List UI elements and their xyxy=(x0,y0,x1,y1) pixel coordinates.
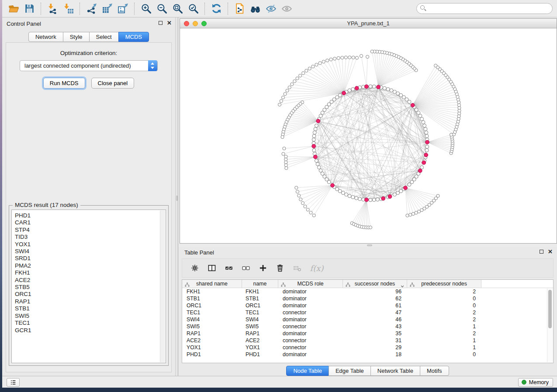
mcds-result-item[interactable]: CAR1 xyxy=(15,219,166,226)
column-header-predecessor-nodes[interactable]: predecessor nodes xyxy=(407,280,481,288)
apply-layout-button[interactable] xyxy=(208,2,224,16)
mcds-result-item[interactable]: ACE2 xyxy=(15,277,166,284)
horizontal-splitter[interactable] xyxy=(178,244,557,247)
float-panel-icon[interactable] xyxy=(540,250,543,254)
export-table-button[interactable] xyxy=(99,2,115,16)
close-panel-icon[interactable]: ✕ xyxy=(167,21,172,25)
mcds-result-item[interactable]: ORC1 xyxy=(15,291,166,298)
mcds-result-item[interactable]: PMA2 xyxy=(15,262,166,269)
cell-mcds-role: connector xyxy=(278,337,343,344)
delete-column-icon xyxy=(276,264,284,272)
import-table-button[interactable] xyxy=(60,2,76,16)
table-panel: Table Panel ✕ f(x) shared namenameMCDS r… xyxy=(178,247,557,376)
splitter-grip-icon[interactable] xyxy=(367,244,372,246)
close-panel-icon[interactable]: ✕ xyxy=(548,249,553,254)
mcds-result-item[interactable]: TEC1 xyxy=(15,320,166,327)
mcds-result-item[interactable]: FKH1 xyxy=(15,269,166,276)
run-mcds-button[interactable]: Run MCDS xyxy=(43,78,85,89)
main-toolbar xyxy=(2,0,557,17)
cell-predecessor-nodes: 0 xyxy=(407,351,481,358)
save-session-button[interactable] xyxy=(21,2,37,16)
tab-network[interactable]: Network xyxy=(28,32,63,42)
import-network-button[interactable] xyxy=(45,2,60,16)
toolbar-separator xyxy=(80,3,80,15)
show-columns-button[interactable] xyxy=(205,261,218,275)
mcds-result-item[interactable]: TID3 xyxy=(15,234,166,241)
zoom-fit-button[interactable] xyxy=(170,2,185,16)
table-row[interactable]: ORC1ORC1dominator610 xyxy=(182,302,553,309)
table-options-button[interactable] xyxy=(188,261,201,275)
table-scrollbar-thumb[interactable] xyxy=(548,290,552,328)
mcds-result-item[interactable]: YOX1 xyxy=(15,241,166,248)
cell-successor-nodes: 46 xyxy=(343,316,407,323)
tab-network-table[interactable]: Network Table xyxy=(370,366,420,376)
result-list-scrollbar[interactable] xyxy=(160,210,165,362)
table-row[interactable]: YOX1YOX1connector291 xyxy=(182,344,553,351)
mcds-result-item[interactable]: STB1 xyxy=(15,305,166,312)
float-panel-icon[interactable] xyxy=(159,21,163,25)
minimize-window-icon[interactable] xyxy=(193,21,198,26)
network-titlebar[interactable]: YPA_prune.txt_1 xyxy=(180,19,557,28)
tab-select[interactable]: Select xyxy=(89,32,119,42)
splitter-grip-icon[interactable] xyxy=(176,196,178,201)
mcds-result-list[interactable]: PHD1CAR1STP4TID3YOX1SWI4SRD1PMA2FKH1ACE2… xyxy=(11,210,166,363)
cell-empty xyxy=(481,337,553,344)
unselect-all-button[interactable] xyxy=(239,261,253,275)
column-header-MCDS-role[interactable]: MCDS role xyxy=(278,280,343,288)
cell-successor-nodes: 29 xyxy=(343,344,407,351)
network-from-selection-button[interactable] xyxy=(232,2,247,16)
cell-shared-name: ACE2 xyxy=(182,337,242,344)
zoom-out-button[interactable] xyxy=(154,2,170,16)
table-scrollbar[interactable] xyxy=(547,289,553,362)
cell-mcds-role: dominator xyxy=(278,351,343,358)
mcds-result-item[interactable]: SWI4 xyxy=(15,248,166,255)
network-canvas[interactable] xyxy=(180,29,557,243)
open-file-button[interactable] xyxy=(6,2,21,16)
cell-empty xyxy=(481,288,553,295)
close-window-icon[interactable] xyxy=(184,21,189,26)
sort-descending-icon xyxy=(401,282,404,285)
close-panel-button[interactable]: Close panel xyxy=(91,78,135,89)
table-row[interactable]: TEC1TEC1connector472 xyxy=(182,309,553,316)
table-row[interactable]: SWI4SWI4dominator462 xyxy=(182,316,553,323)
maximize-window-icon[interactable] xyxy=(201,21,207,26)
table-row[interactable]: PHD1PHD1dominator180 xyxy=(182,351,553,358)
table-row[interactable]: STB1STB1dominator620 xyxy=(182,295,553,302)
mcds-result-item[interactable]: SRD1 xyxy=(15,255,166,262)
task-history-button[interactable] xyxy=(7,378,20,387)
table-row[interactable]: FKH1FKH1dominator962 xyxy=(182,288,553,295)
zoom-in-button[interactable] xyxy=(138,2,154,16)
zoom-selected-button[interactable] xyxy=(185,2,201,16)
tab-mcds[interactable]: MCDS xyxy=(118,32,149,42)
tab-style[interactable]: Style xyxy=(63,32,90,42)
tab-edge-table[interactable]: Edge Table xyxy=(329,366,371,376)
table-row[interactable]: RAP1RAP1dominator352 xyxy=(182,330,553,337)
table-row[interactable]: SWI5SWI5connector431 xyxy=(182,323,553,330)
mcds-result-item[interactable]: GCR1 xyxy=(15,327,166,334)
find-button[interactable] xyxy=(247,2,263,16)
memory-button[interactable]: Memory xyxy=(518,378,553,387)
column-header-successor-nodes[interactable]: successor nodes xyxy=(343,280,407,288)
delete-column-button[interactable] xyxy=(273,261,287,275)
vertical-splitter[interactable] xyxy=(175,17,178,376)
mcds-result-item[interactable]: RAP1 xyxy=(15,298,166,305)
criterion-select[interactable]: largest connected component (undirected) xyxy=(20,60,158,71)
cell-name: YOX1 xyxy=(242,344,278,351)
tab-node-table[interactable]: Node Table xyxy=(286,366,329,376)
select-all-button[interactable] xyxy=(222,261,235,275)
column-header-shared-name[interactable]: shared name xyxy=(182,280,242,288)
column-header-name[interactable]: name xyxy=(242,280,278,288)
tab-motifs[interactable]: Motifs xyxy=(420,366,449,376)
search-input[interactable] xyxy=(416,3,553,14)
export-image-button[interactable] xyxy=(115,2,131,16)
hide-selected-button[interactable] xyxy=(263,2,279,16)
mcds-result-item[interactable]: PHD1 xyxy=(15,212,166,219)
mcds-result-item[interactable]: SWI5 xyxy=(15,313,166,320)
table-row[interactable]: ACE2ACE2connector311 xyxy=(182,337,553,344)
show-all-button[interactable] xyxy=(279,2,294,16)
export-network-button[interactable] xyxy=(83,2,99,16)
add-column-button[interactable] xyxy=(256,261,270,275)
mcds-result-item[interactable]: STP4 xyxy=(15,227,166,234)
mcds-result-item[interactable]: STB5 xyxy=(15,284,166,291)
cell-mcds-role: dominator xyxy=(278,295,343,302)
